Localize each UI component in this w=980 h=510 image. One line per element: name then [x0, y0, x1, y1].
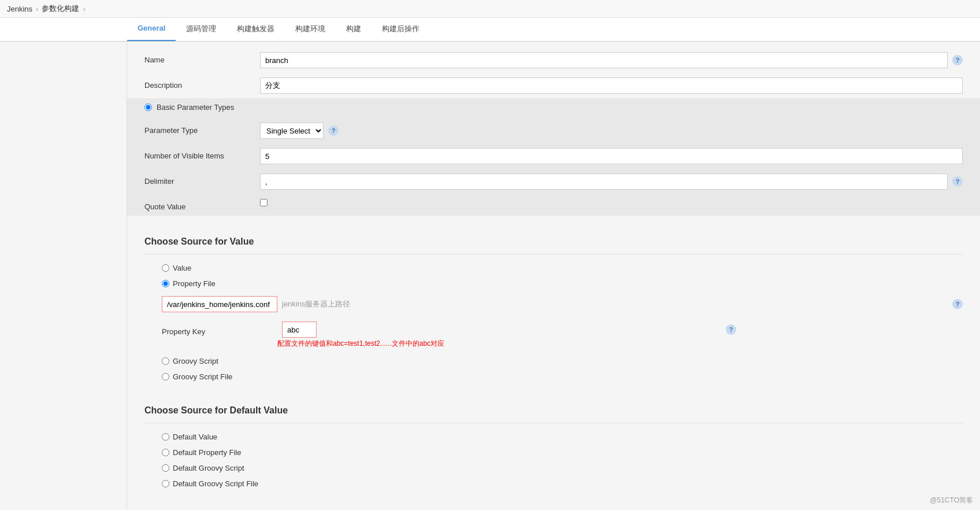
quote-value-control — [260, 199, 963, 206]
main-layout: Name ? Description Basic Parameter Types… — [0, 42, 980, 510]
value-radio-row: Value — [144, 260, 963, 276]
default-groovy-script-radio-label: Default Groovy Script — [173, 464, 244, 472]
value-radio-label: Value — [173, 264, 191, 272]
default-groovy-script-radio-row: Default Groovy Script — [144, 460, 963, 476]
quote-value-row: Quote Value — [127, 194, 980, 216]
default-groovy-script-radio[interactable] — [162, 464, 169, 472]
breadcrumb-sep-2: › — [83, 5, 85, 13]
default-groovy-script-file-radio-label: Default Groovy Script File — [173, 479, 258, 488]
value-radio[interactable] — [162, 264, 169, 272]
param-type-select[interactable]: Single Select — [260, 123, 324, 139]
name-row: Name ? — [144, 47, 963, 73]
property-key-row: Property Key ? 配置文件的键值和abc=test1,test2..… — [144, 317, 963, 353]
visible-items-row: Number of Visible Items — [127, 143, 980, 169]
property-file-note: jenkins服务器上路径 — [282, 299, 948, 309]
tab-build[interactable]: 构建 — [336, 18, 372, 41]
sidebar — [0, 42, 127, 510]
tab-triggers[interactable]: 构建触发器 — [227, 18, 285, 41]
breadcrumb: Jenkins › 参数化构建 › — [0, 0, 980, 18]
choose-description-heading: Choose Source for Value Description — [144, 501, 963, 510]
default-property-file-radio-label: Default Property File — [173, 448, 242, 457]
tab-post-build[interactable]: 构建后操作 — [372, 18, 430, 41]
tab-env[interactable]: 构建环境 — [285, 18, 336, 41]
groovy-script-file-radio-row: Groovy Script File — [144, 369, 963, 385]
default-property-file-radio-row: Default Property File — [144, 445, 963, 460]
groovy-script-radio[interactable] — [162, 357, 169, 365]
property-file-path-wrap: jenkins服务器上路径 ? — [162, 296, 963, 312]
default-groovy-script-file-radio-row: Default Groovy Script File — [144, 476, 963, 491]
groovy-script-radio-row: Groovy Script — [144, 353, 963, 369]
tab-bar: General 源码管理 构建触发器 构建环境 构建 构建后操作 — [0, 18, 980, 42]
basic-param-radio-wrap: Basic Parameter Types — [144, 103, 963, 112]
name-input[interactable] — [260, 52, 948, 68]
property-key-hint: 配置文件的键值和abc=test1,test2......文件中的abc对应 — [162, 339, 444, 349]
basic-param-label: Basic Parameter Types — [157, 103, 234, 112]
groovy-script-radio-label: Groovy Script — [173, 357, 218, 365]
groovy-script-file-radio[interactable] — [162, 373, 169, 380]
default-value-radio[interactable] — [162, 433, 169, 441]
choose-default-heading: Choose Source for Default Value — [144, 394, 963, 423]
property-key-input[interactable] — [282, 321, 317, 338]
name-control: ? — [260, 52, 963, 68]
basic-param-types-row: Basic Parameter Types — [127, 98, 980, 118]
default-groovy-script-file-radio[interactable] — [162, 480, 169, 487]
visible-items-input[interactable] — [260, 148, 963, 164]
property-file-help-icon[interactable]: ? — [952, 299, 963, 309]
property-file-path-input[interactable] — [162, 296, 277, 312]
default-property-file-radio[interactable] — [162, 449, 169, 456]
watermark: @51CTO简客 — [930, 496, 973, 505]
breadcrumb-param[interactable]: 参数化构建 — [42, 3, 79, 14]
delimiter-control: ? — [260, 173, 963, 190]
tab-source-mgmt[interactable]: 源码管理 — [176, 18, 227, 41]
property-file-radio-row: Property File — [144, 276, 963, 291]
name-label: Name — [144, 52, 260, 64]
basic-param-radio[interactable] — [144, 104, 152, 111]
property-file-radio-label: Property File — [173, 279, 216, 288]
property-key-help-icon[interactable]: ? — [726, 324, 736, 335]
description-input[interactable] — [260, 77, 963, 94]
visible-items-label: Number of Visible Items — [144, 148, 260, 160]
breadcrumb-sep-1: › — [36, 5, 38, 13]
tab-general[interactable]: General — [127, 18, 176, 41]
property-key-control: ? — [282, 321, 963, 338]
quote-value-checkbox[interactable] — [260, 199, 268, 206]
delimiter-label: Delimiter — [144, 173, 260, 186]
delimiter-help-icon[interactable]: ? — [952, 176, 963, 187]
name-help-icon[interactable]: ? — [952, 55, 963, 65]
content-area: Name ? Description Basic Parameter Types… — [127, 42, 980, 510]
default-value-radio-row: Default Value — [144, 429, 963, 445]
description-control — [260, 77, 963, 94]
delimiter-input[interactable] — [260, 173, 948, 190]
param-type-row: Parameter Type Single Select ? — [127, 118, 980, 143]
property-key-label: Property Key — [162, 324, 277, 336]
breadcrumb-jenkins[interactable]: Jenkins — [7, 5, 32, 13]
groovy-script-file-radio-label: Groovy Script File — [173, 372, 232, 381]
param-type-label: Parameter Type — [144, 123, 260, 135]
default-value-radio-label: Default Value — [173, 433, 217, 441]
param-type-control: Single Select ? — [260, 123, 963, 139]
choose-source-value-heading: Choose Source for Value — [144, 225, 963, 254]
description-row: Description — [144, 73, 963, 98]
visible-items-control — [260, 148, 963, 164]
description-label: Description — [144, 77, 260, 90]
property-key-input-row: Property Key ? — [162, 321, 963, 338]
property-file-path-row: jenkins服务器上路径 ? — [144, 291, 963, 317]
quote-value-label: Quote Value — [144, 199, 260, 211]
property-file-radio[interactable] — [162, 280, 169, 287]
param-type-help-icon[interactable]: ? — [328, 125, 339, 136]
delimiter-row: Delimiter ? — [127, 169, 980, 194]
